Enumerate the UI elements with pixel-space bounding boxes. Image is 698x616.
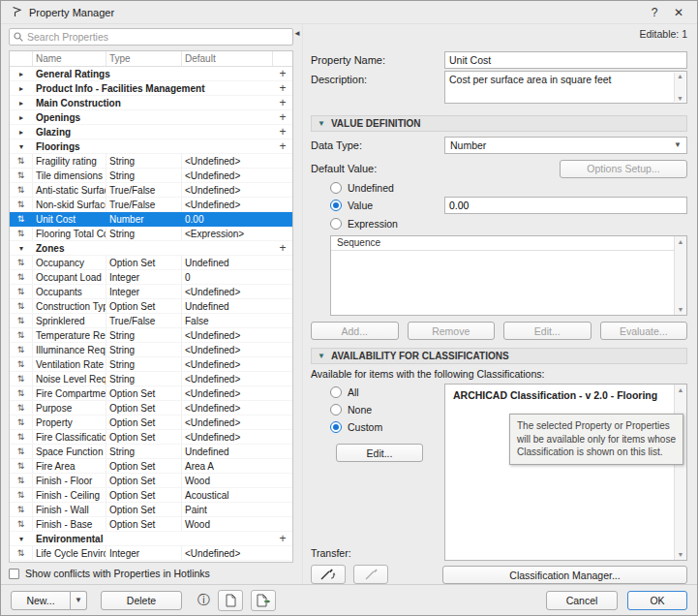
close-button[interactable]: ✕ — [670, 6, 687, 19]
options-setup-button[interactable]: Options Setup... — [560, 160, 687, 178]
group-expanded-icon[interactable]: ▾ — [10, 535, 33, 543]
add-property-icon[interactable]: + — [273, 67, 292, 80]
evaluate-button[interactable]: Evaluate... — [600, 322, 688, 340]
sequence-list[interactable]: Sequence ▲ ▼ — [330, 235, 687, 316]
property-row[interactable]: ⇅Life Cycle Environ...Integer<Undefined> — [10, 546, 292, 561]
property-group-row[interactable]: ▾Floorings+ — [10, 139, 292, 154]
new-dropdown-arrow-icon[interactable]: ▼ — [71, 591, 87, 610]
group-collapsed-icon[interactable]: ▸ — [10, 113, 33, 122]
info-icon[interactable]: ⓘ — [197, 592, 210, 609]
scroll-up-icon[interactable]: ▲ — [677, 73, 683, 79]
radio-undefined-circle[interactable] — [330, 182, 342, 194]
property-row[interactable]: ⇅Finish - BaseOption SetWood — [10, 517, 292, 532]
classification-item[interactable]: ARCHICAD Classification - v 2.0 - Floori… — [445, 385, 686, 406]
group-expanded-icon[interactable]: ▾ — [10, 244, 33, 253]
radio-all-circle[interactable] — [330, 386, 342, 398]
property-row[interactable]: ⇅Ventilation Rate ...String<Undefined> — [10, 357, 292, 372]
radio-value[interactable]: Value — [330, 198, 687, 215]
sequence-scrollbar[interactable]: ▲ ▼ — [674, 236, 686, 315]
group-collapsed-icon[interactable]: ▸ — [10, 70, 33, 78]
collapse-panel-icon[interactable]: ◄ — [293, 29, 301, 38]
group-collapsed-icon[interactable]: ▸ — [10, 84, 33, 93]
help-button[interactable]: ? — [646, 6, 663, 19]
property-name-input[interactable] — [444, 51, 687, 69]
panel-splitter[interactable]: ◄ — [293, 24, 303, 584]
property-row[interactable]: ⇅Fire CompartmentOption Set<Undefined> — [10, 386, 292, 401]
classification-edit-button[interactable]: Edit... — [336, 444, 423, 462]
property-row[interactable]: ⇅Finish - WallOption SetPaint — [10, 503, 292, 517]
property-row[interactable]: ⇅Finish - FloorOption SetWood — [10, 474, 292, 488]
new-button[interactable]: New... — [11, 591, 71, 610]
description-input[interactable]: Cost per surface area in square feet ▲ ▼ — [444, 71, 687, 104]
property-row[interactable]: ⇅Temperature Requ..String<Undefined> — [10, 328, 292, 343]
add-property-icon[interactable]: + — [273, 81, 292, 95]
edit-button[interactable]: Edit... — [503, 322, 592, 340]
property-row[interactable]: ⇅PropertyOption Set<Undefined> — [10, 416, 292, 430]
classification-list[interactable]: ARCHICAD Classification - v 2.0 - Floori… — [444, 384, 687, 561]
property-group-row[interactable]: ▸General Ratings+ — [10, 67, 292, 81]
radio-value-circle[interactable] — [330, 200, 342, 211]
property-row[interactable]: ⇅Flooring Total CostString<Expression> — [10, 227, 292, 241]
column-header-default[interactable]: Default — [182, 51, 273, 66]
property-row[interactable]: ⇅SprinkleredTrue/FalseFalse — [10, 314, 292, 328]
scroll-down-icon[interactable]: ▼ — [678, 551, 684, 558]
value-definition-header[interactable]: ▼ VALUE DEFINITION — [311, 115, 687, 132]
property-row[interactable]: ⇅Tile dimensionsString<Undefined> — [10, 169, 292, 183]
group-collapsed-icon[interactable]: ▸ — [10, 99, 33, 108]
radio-none[interactable]: None — [330, 401, 444, 418]
scroll-down-icon[interactable]: ▼ — [678, 306, 684, 313]
inject-parameters-button[interactable] — [353, 565, 388, 584]
scroll-up-icon[interactable]: ▲ — [678, 386, 684, 393]
availability-header[interactable]: ▼ AVAILABILITY FOR CLASSIFICATIONS — [311, 348, 687, 364]
property-group-row[interactable]: ▸Openings+ — [10, 110, 292, 125]
property-row[interactable]: ⇅Illuminance Requ...String<Undefined> — [10, 343, 292, 357]
property-row[interactable]: ⇅Finish - CeilingOption SetAcoustical — [10, 488, 292, 503]
property-group-row[interactable]: ▸Main Construction+ — [10, 96, 292, 110]
property-row[interactable]: ⇅Construction TypesOption SetUndefined — [10, 299, 292, 314]
property-group-row[interactable]: ▸Glazing+ — [10, 125, 292, 139]
classification-manager-button[interactable]: Classification Manager... — [442, 566, 687, 584]
column-header-name[interactable]: Name — [33, 51, 106, 66]
classification-scrollbar[interactable]: ▲ ▼ — [674, 385, 686, 560]
add-property-icon[interactable]: + — [273, 241, 292, 255]
duplicate-property-button[interactable] — [218, 590, 243, 611]
property-row[interactable]: ⇅Fire AreaOption SetArea A — [10, 459, 292, 474]
add-property-icon[interactable]: + — [273, 139, 292, 153]
data-type-select[interactable]: Number ▼ — [444, 137, 687, 154]
scroll-up-icon[interactable]: ▲ — [678, 238, 684, 245]
section-collapse-icon[interactable]: ▼ — [318, 119, 325, 128]
description-scrollbar[interactable]: ▲ ▼ — [674, 73, 685, 102]
property-row[interactable]: ⇅Occupant LoadInteger0 — [10, 270, 292, 285]
add-property-icon[interactable]: + — [273, 96, 292, 109]
radio-expression-circle[interactable] — [330, 218, 342, 230]
property-row[interactable]: ⇅Fire ClassificationOption Set<Undefined… — [10, 430, 292, 445]
property-group-row[interactable]: ▸Product Info - Facilities Management+ — [10, 81, 292, 96]
radio-none-circle[interactable] — [330, 404, 342, 416]
column-header-type[interactable]: Type — [106, 51, 182, 66]
section-collapse-icon[interactable]: ▼ — [318, 352, 325, 360]
radio-undefined[interactable]: Undefined — [330, 180, 687, 196]
search-input[interactable] — [27, 31, 288, 43]
property-group-row[interactable]: ▾Environmental+ — [10, 532, 292, 546]
group-expanded-icon[interactable]: ▾ — [10, 142, 33, 151]
radio-all[interactable]: All — [330, 384, 444, 401]
property-row[interactable]: ⇅Fragility ratingString<Undefined> — [10, 154, 292, 169]
scroll-down-icon[interactable]: ▼ — [677, 95, 683, 102]
cancel-button[interactable]: Cancel — [546, 591, 618, 610]
conflicts-checkbox[interactable] — [9, 569, 19, 579]
property-row[interactable]: ⇅OccupantsInteger<Undefined> — [10, 285, 292, 299]
add-button[interactable]: Add... — [311, 322, 399, 340]
delete-button[interactable]: Delete — [101, 591, 182, 610]
remove-button[interactable]: Remove — [408, 322, 496, 340]
default-value-input[interactable] — [444, 197, 687, 214]
add-property-icon[interactable]: + — [273, 110, 292, 124]
radio-expression[interactable]: Expression — [330, 216, 687, 231]
add-property-icon[interactable]: + — [273, 125, 292, 139]
add-property-icon[interactable]: + — [273, 532, 292, 545]
property-row[interactable]: ⇅Space FunctionStringUndefined — [10, 445, 292, 459]
radio-custom[interactable]: Custom — [330, 418, 444, 436]
pickup-parameters-button[interactable] — [311, 565, 346, 584]
group-collapsed-icon[interactable]: ▸ — [10, 128, 33, 137]
radio-custom-circle[interactable] — [330, 421, 342, 433]
import-export-button[interactable] — [251, 590, 276, 611]
